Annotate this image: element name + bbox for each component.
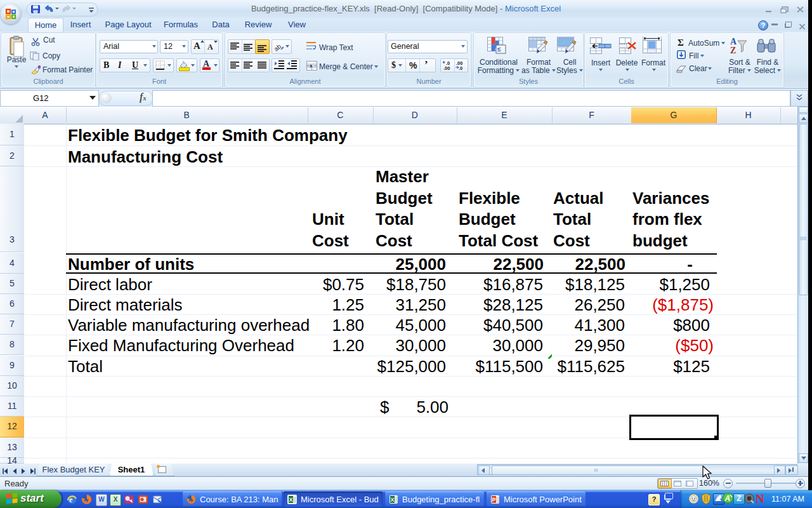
svg-text:A: A (730, 37, 737, 46)
svg-text:.0: .0 (459, 65, 462, 71)
svg-text:a: a (310, 64, 313, 68)
svg-text:≤: ≤ (497, 46, 501, 53)
svg-text:Z: Z (730, 46, 736, 55)
svg-text:P: P (492, 497, 496, 503)
svg-text:.00: .00 (443, 65, 450, 71)
svg-text:ab: ab (273, 43, 283, 52)
svg-text:X: X (391, 497, 395, 503)
svg-text:e: e (69, 495, 73, 504)
svg-text:A: A (724, 494, 731, 503)
svg-text:X: X (289, 497, 293, 503)
